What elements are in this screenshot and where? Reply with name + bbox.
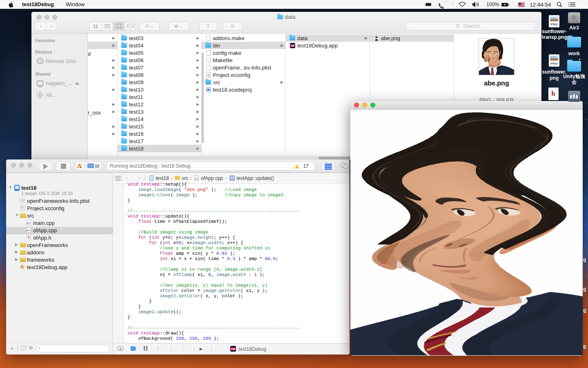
svg-text:12:44:54: 12:44:54 — [530, 2, 551, 8]
svg-text:100%: 100% — [486, 2, 499, 7]
